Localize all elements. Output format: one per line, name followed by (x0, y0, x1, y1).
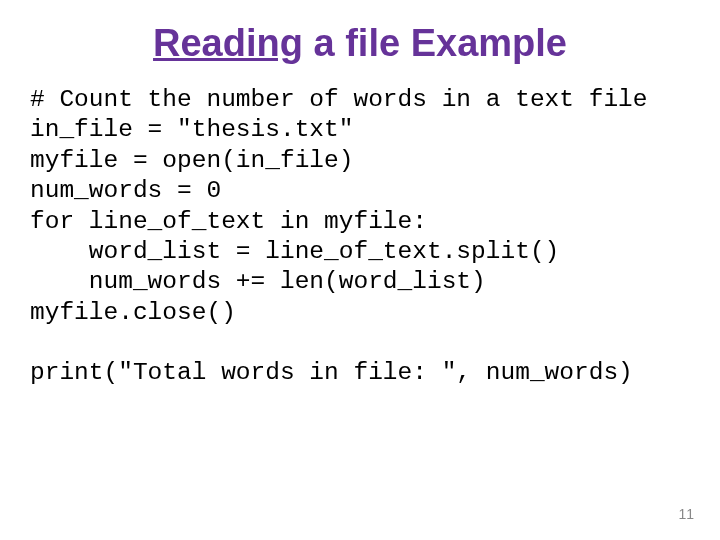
code-line: num_words += len(word_list) (30, 268, 486, 295)
title-underlined: Reading (153, 22, 303, 64)
code-line: # Count the number of words in a text fi… (30, 86, 648, 113)
slide-title: Reading a file Example (0, 0, 720, 79)
title-rest: a file Example (303, 22, 567, 64)
slide: Reading a file Example # Count the numbe… (0, 0, 720, 540)
code-line: in_file = "thesis.txt" (30, 116, 353, 143)
code-line: for line_of_text in myfile: (30, 208, 427, 235)
page-number: 11 (678, 506, 694, 522)
code-line: myfile.close() (30, 299, 236, 326)
code-line: num_words = 0 (30, 177, 221, 204)
code-line: word_list = line_of_text.split() (30, 238, 559, 265)
code-block: # Count the number of words in a text fi… (0, 79, 720, 389)
code-line: print("Total words in file: ", num_words… (30, 359, 633, 386)
code-line: myfile = open(in_file) (30, 147, 353, 174)
